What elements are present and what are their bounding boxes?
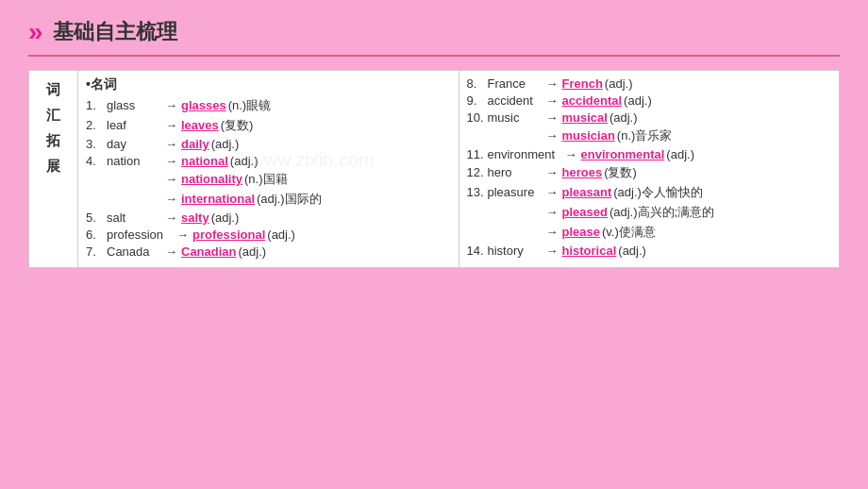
- list-item: 13. pleasure → pleasant (adj.)令人愉快的: [467, 184, 832, 201]
- content-wrapper: 词汇拓展 •名词 1. glass → glasses (n.)眼镜: [28, 70, 840, 268]
- label-text: 词汇拓展: [39, 76, 68, 178]
- list-item: → nationality (n.)国籍: [86, 171, 451, 188]
- list-item: 14. history → historical (adj.): [467, 244, 832, 258]
- list-item: 8. France → French (adj.): [467, 76, 832, 91]
- label-cell: 词汇拓展: [29, 71, 78, 268]
- section-noun-title: •名词: [86, 76, 451, 93]
- list-item: → please (v.)使满意: [467, 224, 832, 241]
- list-item: 2. leaf → leaves (复数): [86, 117, 451, 134]
- list-item: → international (adj.)国际的: [86, 191, 451, 208]
- list-item: 12. hero → heroes (复数): [467, 164, 832, 181]
- list-item: 9. accident → accidental (adj.): [467, 93, 832, 108]
- page: » 基础自主梳理 词汇拓展 •名词 1. glass: [0, 0, 868, 489]
- vocab-table: 词汇拓展 •名词 1. glass → glasses (n.)眼镜: [28, 70, 840, 268]
- list-item: 3. day → daily (adj.): [86, 137, 451, 151]
- double-chevron-icon: »: [28, 17, 40, 47]
- list-item: 10. music → musical (adj.): [467, 110, 832, 125]
- list-item: 4. nation → national (adj.): [86, 154, 451, 168]
- section-header: » 基础自主梳理: [28, 17, 840, 57]
- list-item: 6. profession → professional (adj.): [86, 228, 451, 242]
- vocab-content-cell: •名词 1. glass → glasses (n.)眼镜 2. leaf: [78, 71, 840, 268]
- vocab-columns: •名词 1. glass → glasses (n.)眼镜 2. leaf: [78, 71, 839, 267]
- list-item: 5. salt → salty (adj.): [86, 211, 451, 225]
- section-icon: »: [28, 17, 43, 47]
- left-column: •名词 1. glass → glasses (n.)眼镜 2. leaf: [78, 71, 459, 267]
- list-item: → musician (n.)音乐家: [467, 127, 832, 144]
- list-item: 7. Canada → Canadian (adj.): [86, 244, 451, 259]
- list-item: → pleased (adj.)高兴的;满意的: [467, 204, 832, 221]
- list-item: 11. environment → environmental (adj.): [467, 147, 832, 161]
- right-column: 8. France → French (adj.) 9. accident → …: [459, 71, 840, 267]
- list-item: 1. glass → glasses (n.)眼镜: [86, 97, 451, 114]
- section-title: 基础自主梳理: [53, 18, 177, 46]
